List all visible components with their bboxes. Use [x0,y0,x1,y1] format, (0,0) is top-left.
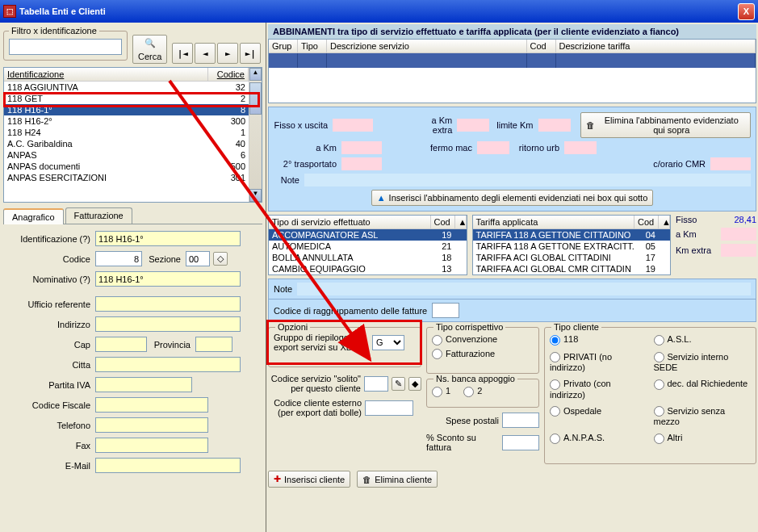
radio-tipo-cliente[interactable]: Servizio senza mezzo [654,404,752,429]
radio-tipo-cliente[interactable]: Servizio interno SEDE [654,350,752,375]
abbinamenti-grid[interactable]: Grup Tipo Descrizione servizio Cod Descr… [268,39,756,103]
servizio-row[interactable]: ACCOMPAGNATORE ASL19 [269,229,467,241]
tariffa-list[interactable]: Tariffa applicataCod▲ TARIFFA 118 A GETT… [472,215,672,275]
nav-next[interactable]: ► [217,43,238,64]
radio-tipo-cliente[interactable]: A.S.L. [654,333,752,347]
nominativo-field[interactable] [95,271,241,287]
radio-convenzione[interactable]: Convenzione [432,333,534,347]
provincia-field[interactable] [195,337,232,352]
scrollbar[interactable]: ▲▼ [249,68,262,202]
telefono-field[interactable] [95,417,208,433]
citta-field[interactable] [95,357,241,372]
col-code[interactable]: Codice [208,68,249,81]
nav-buttons: |◄ ◄ ► ►| [172,43,261,64]
radio-tipo-cliente[interactable]: Ospedale [550,404,647,429]
edit-icon[interactable]: ✎ [392,377,405,391]
tariffa-row[interactable]: TARIFFA 118 A GETTONE EXTRACITT.05 [473,241,671,252]
nav-first[interactable]: |◄ [172,43,193,64]
cod-esterno-field[interactable] [365,400,413,416]
servizio-row[interactable]: BOLLA ANNULLATA18 [269,252,467,263]
insert-abbinamento-button[interactable]: ▲Inserisci l'abbinamento degli elementi … [371,190,654,206]
sconto-field[interactable] [502,435,539,450]
delete-client-button[interactable]: 🗑Elimina cliente [357,471,438,488]
ufficio-field[interactable] [95,296,241,312]
cod-ragg-field[interactable] [432,303,459,318]
fermo-field[interactable] [477,141,509,154]
tab-fatturazione[interactable]: Fatturazione [65,207,132,224]
cod-servizio-field[interactable] [364,376,388,392]
filter-input[interactable] [9,39,122,55]
list-row[interactable]: 118 H16-2°300 [4,115,249,127]
fax-field[interactable] [95,438,208,453]
search-button[interactable]: 🔍 Cerca [132,35,167,64]
radio-tipo-cliente[interactable]: PRIVATI (no indirizzo) [550,350,647,375]
tariffa-row[interactable]: TARIFFA ACI GLOBAL CMR CITTADIN19 [473,263,671,274]
nav-prev[interactable]: ◄ [195,43,216,64]
cap-field[interactable] [95,337,147,352]
list-row[interactable]: ANPAS documenti500 [4,161,249,172]
cf-field[interactable] [95,397,208,413]
trash-icon-2: 🗑 [362,475,371,484]
kmextra-field[interactable] [457,119,489,132]
trash-icon: 🗑 [586,120,595,130]
servizio-row[interactable]: CAMBIO EQUIPAGGIO13 [269,263,467,274]
piva-field[interactable] [95,377,192,392]
ident-field[interactable] [95,231,241,246]
radio-tipo-cliente[interactable]: 118 [550,333,647,347]
email-field[interactable] [95,458,241,473]
list-row[interactable]: ANPAS ESERCITAZIONI301 [4,172,249,183]
spese-field[interactable] [502,413,539,428]
trasp-field[interactable] [341,157,382,170]
tariffa-row[interactable]: TARIFFA ACI GLOBAL CITTADINI17 [473,252,671,263]
radio-fatturazione[interactable]: Fatturazione [432,347,534,362]
fisso-field[interactable] [333,119,373,132]
client-list[interactable]: Identificazione Codice 118 AGGIUNTIVA321… [3,67,262,203]
tariffa-row[interactable]: TARIFFA 118 A GETTONE CITTADINO04 [473,229,671,241]
list-row[interactable]: ANPAS6 [4,149,249,161]
col-ident[interactable]: Identificazione [4,68,208,81]
ab-note-field[interactable] [304,174,751,186]
code-field[interactable] [95,251,142,266]
app-icon: ⬚ [3,5,16,18]
clear-icon[interactable]: ◇ [213,252,228,266]
insert-client-button[interactable]: ✚Inserisci cliente [268,471,350,488]
nav-last[interactable]: ►| [240,43,261,64]
note-field[interactable] [297,283,751,295]
fisso-value: 28,41 [734,215,756,224]
sezione-field[interactable] [186,251,210,266]
window-title: Tabella Enti e Clienti [19,6,738,16]
limitekm-field[interactable] [538,119,571,132]
up-arrow-icon: ▲ [377,193,386,203]
list-row[interactable]: 118 H16-1°8 [4,104,249,115]
radio-tipo-cliente[interactable]: dec. dal Richiedente [654,377,752,401]
list-row[interactable]: 118 AGGIUNTIVA32 [4,82,249,93]
delete-abbinamento-button[interactable]: 🗑Elimina l'abbinamento evidenziato qui s… [580,112,751,138]
servizio-row[interactable]: AUTOMEDICA21 [269,241,467,252]
plus-icon: ✚ [274,474,281,484]
clear-icon-2[interactable]: ◆ [408,377,421,391]
list-row[interactable]: A.C. Garibaldina40 [4,138,249,149]
filter-legend: Filtro x identificazione [9,26,99,36]
fix-kmx[interactable] [721,244,756,257]
abbinamenti-title: ABBINAMENTI tra tipo di servizio effettu… [268,24,756,39]
radio-tipo-cliente[interactable]: Privato (con indirizzo) [550,377,647,401]
indirizzo-field[interactable] [95,316,241,332]
list-row[interactable]: 118 GET2 [4,93,249,104]
radio-tipo-cliente[interactable]: Altri [654,431,752,446]
ritorno-field[interactable] [564,141,597,154]
fix-akm[interactable] [721,228,756,241]
akm-field[interactable] [341,141,382,154]
search-icon: 🔍 [144,38,156,48]
radio-tipo-cliente[interactable]: A.N.P.A.S. [550,431,647,446]
radio-banca-1[interactable]: 1 [432,384,450,399]
close-button[interactable]: X [738,3,755,20]
gruppo-riepilogo-select[interactable]: G [372,335,404,350]
servizio-list[interactable]: Tipo di servizio effettuatoCod▲ ACCOMPAG… [268,215,467,275]
tab-anagrafico[interactable]: Anagrafico [3,208,64,224]
radio-banca-2[interactable]: 2 [463,384,482,399]
list-row[interactable]: 118 H241 [4,127,249,138]
corario-field[interactable] [710,157,751,170]
